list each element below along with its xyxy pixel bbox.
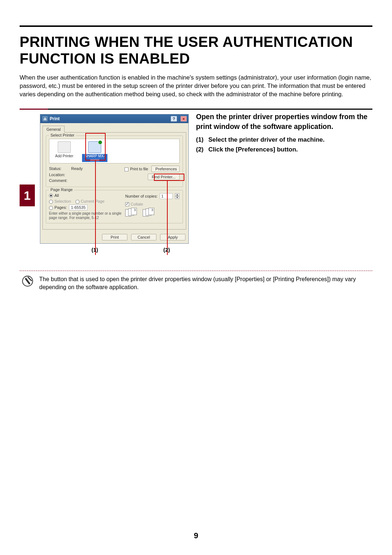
intro-paragraph: When the user authentication function is…	[20, 73, 372, 98]
copies-spinner[interactable]: ▲▼	[175, 193, 179, 199]
status-value: Ready	[71, 166, 83, 171]
print-to-file-label: Print to file	[130, 167, 148, 171]
substep-2: (2) Click the [Preferences] button.	[196, 145, 372, 154]
range-pages-input[interactable]: 1-65535	[69, 204, 87, 210]
add-printer-item[interactable]: Add Printer	[52, 141, 77, 161]
collate-icons: 123 123	[125, 208, 180, 217]
note-icon	[22, 275, 33, 287]
collate-label: Collate	[131, 202, 143, 206]
step-number-badge: 1	[20, 185, 35, 206]
location-label: Location:	[49, 172, 70, 178]
callout-leader-2	[167, 181, 168, 255]
range-pages-label: Pages:	[54, 205, 67, 210]
collate-checkbox[interactable]	[125, 202, 129, 206]
help-button[interactable]: ?	[171, 116, 177, 122]
range-help-text: Enter either a single page number or a s…	[49, 211, 122, 220]
page-title: PRINTING WHEN THE USER AUTHENTICATION FU…	[20, 33, 372, 67]
substep-1: (1) Select the printer driver of the mac…	[196, 135, 372, 145]
preferences-button[interactable]: Preferences	[151, 166, 180, 172]
printer-icon: 🖶	[42, 116, 48, 121]
callout-label-1: (1)	[91, 247, 98, 253]
callout-label-2: (2)	[163, 247, 170, 253]
print-to-file-checkbox[interactable]	[124, 167, 128, 171]
section-divider	[20, 109, 372, 110]
tab-general[interactable]: General	[42, 126, 65, 133]
range-selection-label: Selection	[54, 199, 71, 203]
range-all-label: All	[54, 193, 59, 198]
close-button[interactable]: ×	[180, 116, 187, 122]
page-range-label: Page Range	[49, 187, 74, 192]
copies-input[interactable]: 1	[160, 193, 173, 199]
apply-button[interactable]: Apply	[160, 234, 185, 240]
page-number: 9	[0, 531, 392, 540]
cancel-button[interactable]: Cancel	[131, 234, 156, 240]
print-dialog-screenshot: 🖶 Print ? × General Select Printer	[40, 112, 189, 260]
comment-label: Comment:	[49, 178, 70, 184]
copies-label: Number of copies:	[125, 194, 158, 198]
step-lead-text: Open the printer driver properties windo…	[196, 112, 372, 131]
select-printer-label: Select Printer	[49, 133, 76, 137]
range-selection-radio[interactable]	[49, 200, 53, 204]
note-text: The button that is used to open the prin…	[39, 275, 372, 292]
range-current-label: Current Page	[81, 199, 105, 203]
status-label: Status:	[49, 166, 70, 172]
print-button[interactable]: Print	[102, 234, 127, 240]
callout-leader-1	[95, 161, 96, 255]
range-current-radio[interactable]	[75, 200, 79, 204]
dashed-divider	[20, 271, 372, 271]
dialog-title: Print	[50, 116, 60, 121]
sharp-printer-item[interactable]: SHARP MX-xxxxx	[82, 141, 107, 161]
printer-list[interactable]: Add Printer SHARP MX-xxxxx	[49, 139, 180, 163]
range-all-radio[interactable]	[49, 194, 53, 198]
dialog-titlebar: 🖶 Print ? ×	[40, 114, 188, 123]
find-printer-button[interactable]: Find Printer...	[148, 174, 180, 180]
range-pages-radio[interactable]	[49, 206, 53, 210]
